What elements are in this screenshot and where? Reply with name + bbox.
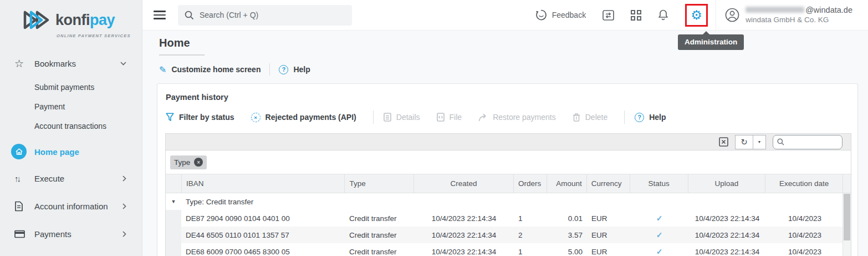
cell-upload: 10/4/2023 22:14:34 (688, 231, 766, 239)
cell-status: ✓ (630, 214, 688, 223)
cell-currency: EUR (587, 231, 630, 239)
search-icon (185, 11, 194, 20)
page-actions: ✎ Customize home screen ? Help (159, 63, 310, 76)
cell-execution-date: 10/4/2023 (766, 248, 844, 256)
cell-execution-date: 10/4/2023 (766, 231, 844, 239)
sidebar-item-payment[interactable]: Payment (0, 97, 142, 116)
user-avatar-button[interactable] (725, 8, 739, 22)
user-info[interactable]: @windata.de windata GmbH & Co. KG (746, 5, 852, 25)
topbar-divider (716, 0, 716, 31)
refresh-icon: ↻ (741, 137, 748, 147)
cell-amount: 5.00 (547, 248, 587, 256)
feedback-label: Feedback (552, 11, 586, 19)
sidebar-item-label: Execute (34, 174, 64, 183)
column-header-created[interactable]: Created (413, 174, 513, 193)
column-header-currency[interactable]: Currency (586, 174, 630, 193)
topbar: Feedback ⚙ @windata.de windata GmbH & Co… (142, 0, 868, 31)
table-row[interactable]: DE68 6009 0700 0465 8300 05 Credit trans… (166, 243, 851, 256)
column-header-iban[interactable]: IBAN (181, 174, 344, 193)
sidebar-item-account-transactions[interactable]: Account transactions (0, 116, 142, 135)
search-input[interactable] (200, 11, 344, 19)
page-title: Home (159, 37, 205, 56)
divider (373, 111, 374, 124)
sidebar-item-execute[interactable]: ↑↓ Execute (0, 164, 142, 192)
grid-search-box[interactable] (773, 135, 843, 149)
apps-grid-button[interactable] (631, 10, 641, 21)
feedback-button[interactable]: Feedback (530, 9, 586, 21)
administration-button[interactable]: ⚙ (685, 4, 708, 27)
chevron-right-icon (122, 175, 126, 182)
column-header-type[interactable]: Type (344, 174, 413, 193)
cell-currency: EUR (587, 248, 630, 256)
user-company: windata GmbH & Co. KG (746, 15, 852, 25)
cell-execution-date: 10/4/2023 (766, 214, 844, 223)
cell-type: Credit transfer (345, 231, 414, 239)
konfipay-logo: konfipay ONLINE PAYMENT SERVICES (22, 7, 142, 38)
sidebar-item-label: Home page (34, 147, 79, 157)
group-row-credit-transfer[interactable]: ▼ Type: Credit transfer (166, 193, 851, 210)
hamburger-menu-icon[interactable] (154, 8, 166, 22)
expand-column-header (166, 174, 181, 193)
column-header-amount[interactable]: Amount (547, 174, 586, 193)
notifications-button[interactable] (658, 9, 668, 21)
column-header-orders[interactable]: Orders (513, 174, 547, 193)
transfer-icon (603, 10, 614, 21)
table-vertical-scrollbar[interactable] (843, 193, 851, 256)
help-label: Help (293, 65, 310, 74)
global-search[interactable] (178, 5, 352, 26)
cell-orders: 1 (514, 214, 547, 223)
grid-search-input[interactable] (787, 138, 840, 146)
bookmark-list: Submit payments Payment Account transact… (0, 77, 142, 135)
column-header-execution-date[interactable]: Execution date (765, 174, 843, 193)
cell-created: 10/4/2023 22:14:34 (414, 231, 514, 239)
cell-created: 10/4/2023 22:14:34 (414, 214, 514, 223)
restore-arrow-icon (478, 113, 488, 122)
panel-help-button[interactable]: ? Help (635, 113, 666, 122)
rejected-payments-button[interactable]: × Rejected payments (API) (251, 113, 356, 122)
sidebar-item-home-page[interactable]: Home page (0, 139, 142, 164)
chevron-right-icon (122, 203, 126, 209)
cell-upload: 10/4/2023 22:14:34 (688, 214, 766, 223)
cell-iban: DE44 6505 0110 0101 1357 57 (181, 231, 345, 239)
cell-upload: 10/4/2023 22:14:34 (688, 248, 766, 256)
help-icon: ? (279, 65, 288, 74)
filter-by-status-button[interactable]: Filter by status (166, 113, 234, 122)
sidebar-item-payments[interactable]: Payments (0, 220, 142, 248)
group-collapse-icon[interactable]: ▼ (166, 193, 181, 210)
scrollbar-thumb[interactable] (844, 194, 850, 240)
table-row[interactable]: DE87 2904 0090 0104 0401 00 Credit trans… (166, 210, 851, 227)
apps-grid-icon (631, 10, 641, 21)
x-circle-icon: × (251, 113, 261, 122)
logo-tagline: ONLINE PAYMENT SERVICES (57, 33, 142, 38)
sidebar-item-account-information[interactable]: Account information (0, 192, 142, 220)
panel-title: Payment history (166, 93, 857, 102)
column-header-status[interactable]: Status (630, 174, 688, 193)
export-excel-button[interactable] (719, 137, 728, 147)
credit-card-icon (14, 230, 34, 238)
restore-payments-button: Restore payments (478, 113, 556, 122)
page-help-button[interactable]: ? Help (279, 65, 310, 74)
table-row[interactable]: DE44 6505 0110 0101 1357 57 Credit trans… (166, 227, 851, 243)
sort-arrows-icon: ↑↓ (14, 174, 34, 183)
sidebar-item-submit-payments[interactable]: Submit payments (0, 77, 142, 97)
file-button: File (437, 113, 462, 122)
refresh-button[interactable]: ↻ (735, 135, 753, 149)
cell-type: Credit transfer (345, 214, 414, 223)
group-chip-type[interactable]: Type × (170, 155, 207, 169)
star-icon: ☆ (14, 57, 34, 70)
chevron-right-icon (122, 231, 126, 237)
document-icon (14, 201, 34, 212)
refresh-dropdown-button[interactable]: ▼ (753, 135, 766, 149)
sidebar-item-bookmarks[interactable]: ☆ Bookmarks (0, 55, 142, 72)
cell-created: 10/4/2023 22:14:34 (414, 248, 514, 256)
transfer-button[interactable] (603, 10, 614, 21)
sidebar-item-label: Payments (34, 229, 72, 239)
bell-icon (658, 9, 668, 21)
sidebar-item-label: Bookmarks (34, 59, 76, 68)
cell-orders: 2 (514, 231, 547, 239)
customize-home-screen-button[interactable]: ✎ Customize home screen (159, 64, 261, 75)
close-icon[interactable]: × (194, 158, 203, 167)
group-by-row: Type × (166, 150, 851, 174)
column-header-upload[interactable]: Upload (688, 174, 765, 193)
redacted-username (746, 7, 804, 13)
